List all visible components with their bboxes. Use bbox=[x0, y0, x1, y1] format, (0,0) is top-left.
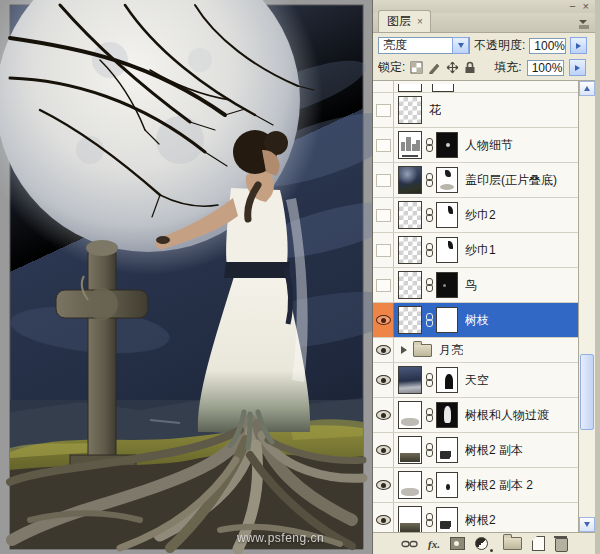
expand-triangle-icon[interactable] bbox=[401, 346, 407, 354]
layer-thumbnail[interactable] bbox=[398, 96, 422, 124]
layer-mask-thumbnail[interactable] bbox=[436, 402, 458, 428]
layer-name[interactable]: 纱巾2 bbox=[465, 207, 496, 224]
layer-mask-thumbnail[interactable] bbox=[436, 437, 458, 463]
layer-mask-thumbnail[interactable] bbox=[436, 472, 458, 498]
mask-link-icon[interactable] bbox=[425, 443, 434, 457]
visibility-checkbox[interactable] bbox=[376, 209, 391, 222]
lock-transparency-icon[interactable] bbox=[410, 61, 423, 74]
layer-name[interactable]: 纱巾1 bbox=[465, 242, 496, 259]
layer-mask-thumbnail[interactable] bbox=[436, 202, 458, 228]
layer-row[interactable]: 盖印层(正片叠底) bbox=[373, 163, 578, 198]
mask-link-icon[interactable] bbox=[425, 173, 434, 187]
tab-close-icon[interactable]: × bbox=[417, 16, 423, 27]
layer-name[interactable]: 树根2 副本 bbox=[465, 442, 523, 459]
layer-thumbnail[interactable] bbox=[398, 306, 422, 334]
mask-link-icon[interactable] bbox=[425, 408, 434, 422]
layer-thumbnail[interactable] bbox=[398, 471, 422, 499]
new-adjustment-layer-icon[interactable] bbox=[475, 536, 493, 552]
new-layer-icon[interactable] bbox=[532, 536, 545, 552]
lock-paint-icon[interactable] bbox=[428, 61, 441, 74]
visibility-checkbox[interactable] bbox=[376, 104, 391, 117]
layer-mask-thumbnail[interactable] bbox=[436, 272, 458, 298]
layer-name[interactable]: 月亮 bbox=[439, 342, 463, 359]
layer-mask-thumbnail[interactable] bbox=[436, 132, 458, 158]
layer-row[interactable]: 纱巾2 bbox=[373, 198, 578, 233]
mask-link-icon[interactable] bbox=[425, 513, 434, 527]
layer-mask-thumbnail[interactable] bbox=[436, 507, 458, 532]
visibility-checkbox[interactable] bbox=[376, 279, 391, 292]
scrollbar[interactable] bbox=[578, 81, 595, 532]
blend-mode-select[interactable]: 亮度 bbox=[378, 37, 470, 54]
layer-mask-thumbnail[interactable] bbox=[436, 367, 458, 393]
layer-row[interactable] bbox=[373, 81, 578, 93]
layer-thumbnail[interactable] bbox=[398, 201, 422, 229]
visibility-toggle[interactable] bbox=[373, 233, 394, 267]
visibility-checkbox[interactable] bbox=[376, 244, 391, 257]
tab-layers[interactable]: 图层 × bbox=[378, 10, 431, 32]
layer-thumbnail[interactable] bbox=[398, 366, 422, 394]
scroll-up-button[interactable] bbox=[579, 81, 595, 96]
layer-thumbnail[interactable] bbox=[398, 166, 422, 194]
mask-link-icon[interactable] bbox=[425, 278, 434, 292]
link-layers-icon[interactable] bbox=[401, 536, 418, 552]
layer-name[interactable]: 树根2 bbox=[465, 512, 496, 529]
mask-link-icon[interactable] bbox=[425, 313, 434, 327]
scroll-down-button[interactable] bbox=[579, 517, 595, 532]
mask-link-icon[interactable] bbox=[425, 138, 434, 152]
minimize-button[interactable]: − bbox=[569, 1, 575, 12]
layer-row[interactable]: 树根2 副本 2 bbox=[373, 468, 578, 503]
visibility-toggle[interactable] bbox=[373, 268, 394, 302]
layer-thumbnail[interactable] bbox=[398, 236, 422, 264]
layer-mask-thumbnail[interactable] bbox=[436, 307, 458, 333]
visibility-toggle[interactable] bbox=[373, 363, 394, 397]
layer-row[interactable]: 树根和人物过渡 bbox=[373, 398, 578, 433]
mask-link-icon[interactable] bbox=[425, 373, 434, 387]
layer-name[interactable]: 树枝 bbox=[465, 312, 489, 329]
scroll-thumb[interactable] bbox=[580, 354, 594, 430]
lock-all-icon[interactable] bbox=[464, 61, 476, 74]
delete-layer-icon[interactable] bbox=[555, 536, 568, 552]
mask-link-icon[interactable] bbox=[425, 208, 434, 222]
layer-name[interactable]: 盖印层(正片叠底) bbox=[465, 172, 557, 189]
opacity-input[interactable]: 100% bbox=[529, 38, 566, 54]
visibility-toggle[interactable] bbox=[373, 93, 394, 127]
layer-name[interactable]: 花 bbox=[429, 102, 441, 119]
layer-row[interactable]: 树枝 bbox=[373, 303, 578, 338]
blend-mode-dropdown-arrow[interactable] bbox=[452, 37, 469, 54]
layer-row[interactable]: 天空 bbox=[373, 363, 578, 398]
opacity-slider-arrow[interactable] bbox=[570, 37, 587, 54]
scroll-track[interactable] bbox=[579, 96, 595, 517]
visibility-toggle[interactable] bbox=[373, 503, 394, 532]
layer-thumbnail[interactable] bbox=[398, 436, 422, 464]
layer-row[interactable]: 纱巾1 bbox=[373, 233, 578, 268]
mask-link-icon[interactable] bbox=[425, 243, 434, 257]
visibility-checkbox[interactable] bbox=[376, 139, 391, 152]
layer-style-icon[interactable]: fx. bbox=[428, 536, 440, 552]
layer-mask-thumbnail[interactable] bbox=[436, 167, 458, 193]
lock-move-icon[interactable] bbox=[446, 61, 459, 74]
layer-thumbnail[interactable] bbox=[398, 271, 422, 299]
layer-row[interactable]: 树根2 bbox=[373, 503, 578, 532]
layer-thumbnail[interactable] bbox=[398, 131, 422, 159]
fill-input[interactable]: 100% bbox=[527, 60, 564, 76]
add-layer-mask-icon[interactable] bbox=[450, 536, 465, 552]
layer-thumbnail[interactable] bbox=[398, 506, 422, 532]
layer-name[interactable]: 树根2 副本 2 bbox=[465, 477, 533, 494]
visibility-toggle[interactable] bbox=[373, 81, 394, 92]
visibility-toggle[interactable] bbox=[373, 338, 394, 362]
new-group-icon[interactable] bbox=[503, 536, 522, 552]
visibility-toggle[interactable] bbox=[373, 468, 394, 502]
visibility-toggle[interactable] bbox=[373, 433, 394, 467]
layer-name[interactable]: 天空 bbox=[465, 372, 489, 389]
layer-row[interactable]: 花 bbox=[373, 93, 578, 128]
fill-slider-arrow[interactable] bbox=[569, 59, 586, 76]
close-button[interactable]: × bbox=[583, 1, 589, 12]
visibility-toggle[interactable] bbox=[373, 303, 394, 337]
visibility-toggle[interactable] bbox=[373, 398, 394, 432]
layer-name[interactable]: 人物细节 bbox=[465, 137, 513, 154]
layer-mask-thumbnail[interactable] bbox=[436, 237, 458, 263]
layer-row[interactable]: 鸟 bbox=[373, 268, 578, 303]
visibility-toggle[interactable] bbox=[373, 198, 394, 232]
layer-thumbnail[interactable] bbox=[398, 401, 422, 429]
layer-row[interactable]: 树根2 副本 bbox=[373, 433, 578, 468]
